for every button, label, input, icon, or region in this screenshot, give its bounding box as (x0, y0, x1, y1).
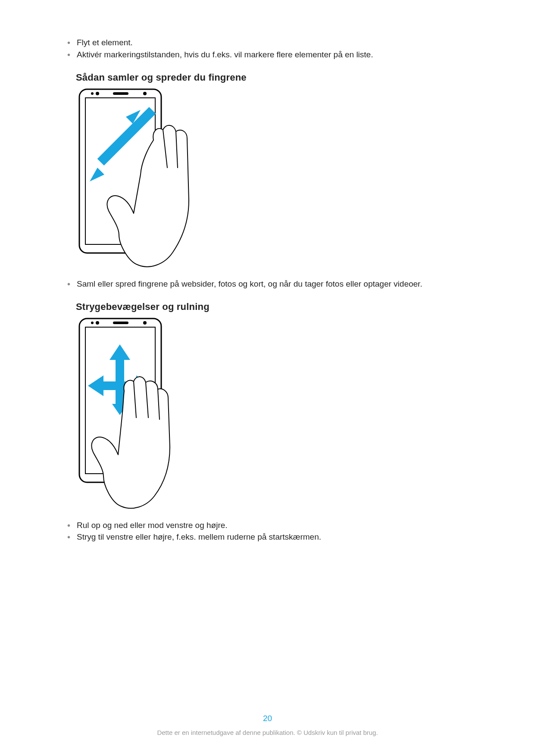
svg-point-3 (96, 92, 99, 95)
illustration-pinch (76, 88, 470, 272)
svg-marker-15 (110, 344, 130, 360)
svg-rect-13 (113, 322, 128, 324)
footer-note: Dette er en internetudgave af denne publ… (0, 728, 535, 737)
section-heading-pinch: Sådan samler og spreder du fingrene (76, 71, 470, 84)
list-item-text: Rul op og ned eller mod venstre og højre… (77, 521, 228, 530)
list-item: Flyt et element. (65, 37, 470, 48)
pinch-gesture-icon (76, 88, 214, 269)
list-item-text: Flyt et element. (77, 38, 133, 47)
svg-marker-17 (88, 375, 103, 396)
page-number: 20 (0, 713, 535, 724)
svg-point-2 (91, 92, 94, 95)
list-item: Stryg til venstre eller højre, f.eks. me… (65, 531, 470, 543)
bullet-list-top: Flyt et element. Aktivér markeringstilst… (65, 37, 470, 60)
bullet-list-swipe: Rul op og ned eller mod venstre og højre… (65, 520, 470, 543)
svg-point-12 (96, 321, 99, 325)
svg-marker-7 (90, 168, 104, 181)
svg-point-11 (91, 322, 94, 324)
document-page: Flyt et element. Aktivér markeringstilst… (0, 0, 535, 543)
list-item-text: Saml eller spred fingrene på websider, f… (77, 279, 422, 288)
list-item: Saml eller spred fingrene på websider, f… (65, 278, 470, 290)
svg-point-14 (143, 321, 147, 325)
bullet-list-pinch: Saml eller spred fingrene på websider, f… (65, 278, 470, 290)
illustration-swipe (76, 318, 470, 514)
svg-point-5 (143, 92, 147, 95)
svg-rect-4 (113, 92, 128, 95)
svg-rect-16 (116, 359, 124, 381)
list-item: Rul op og ned eller mod venstre og højre… (65, 520, 470, 531)
section-heading-swipe: Strygebevægelser og rulning (76, 300, 470, 313)
list-item: Aktivér markeringstilstanden, hvis du f.… (65, 49, 470, 60)
list-item-text: Stryg til venstre eller højre, f.eks. me… (77, 532, 321, 541)
list-item-text: Aktivér markeringstilstanden, hvis du f.… (77, 50, 373, 59)
swipe-gesture-icon (76, 318, 214, 511)
